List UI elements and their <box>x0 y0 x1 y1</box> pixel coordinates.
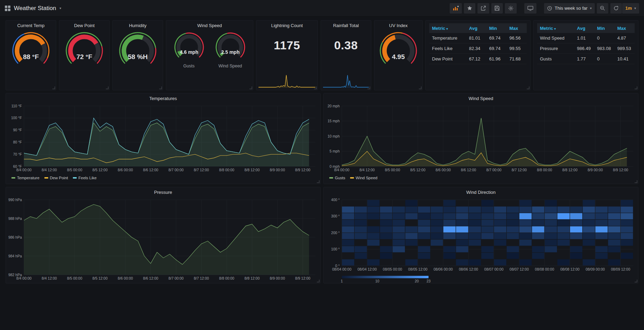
svg-text:8/9 12:00: 8/9 12:00 <box>295 168 311 172</box>
heatmap-cell <box>342 246 354 253</box>
panel-dew-point: Dew Point 72 °F <box>59 20 110 90</box>
heatmap-cell <box>367 233 380 239</box>
wind-gauges-container: 4.6 mph Gusts 2.5 mph Wind Speed <box>168 30 251 68</box>
heatmap-cell <box>507 233 519 239</box>
panel-title[interactable]: Pressure <box>8 189 318 196</box>
table-header-metric[interactable]: Metric▾ <box>429 26 466 31</box>
table-cell: 71.68 <box>507 56 527 61</box>
svg-text:8/7 12:00: 8/7 12:00 <box>194 168 209 172</box>
heatmap-cell <box>507 220 519 226</box>
table-cell: 989.53 <box>615 46 635 51</box>
panel-title[interactable]: Current Temp <box>8 22 54 30</box>
panel-title[interactable]: Lightning Count <box>259 22 315 30</box>
panel-stats-table-wind: Metric▾AvgMinMaxWind Speed1.0104.87Press… <box>533 20 638 90</box>
panel-title[interactable]: Rainfall Total <box>323 22 369 30</box>
heatmap-cell <box>545 200 557 206</box>
heatmap-cell <box>608 246 620 253</box>
sort-caret-icon: ▾ <box>554 27 556 31</box>
panel-title[interactable]: Wind Direction <box>326 189 636 196</box>
svg-text:8/5 00:00: 8/5 00:00 <box>385 168 400 172</box>
table-header-avg[interactable]: Avg <box>466 26 486 31</box>
heatmap-cell <box>583 226 595 233</box>
table-header-metric[interactable]: Metric▾ <box>537 26 574 31</box>
heatmap-cell <box>570 220 582 226</box>
panel-title[interactable]: UV Index <box>376 22 420 30</box>
table-header-min[interactable]: Min <box>594 26 615 31</box>
heatmap-cell <box>456 240 468 246</box>
legend-item-gusts[interactable]: Gusts <box>329 176 345 180</box>
svg-text:8/6 00:00: 8/6 00:00 <box>118 276 133 280</box>
heatmap-cell <box>557 259 569 266</box>
heatmap-cell <box>456 226 468 233</box>
zoom-out-button[interactable] <box>597 3 608 14</box>
svg-text:8/9 12:00: 8/9 12:00 <box>613 168 628 172</box>
heatmap-cell <box>532 220 544 226</box>
svg-text:08/07 00:00: 08/07 00:00 <box>484 267 504 271</box>
table-cell: Feels Like <box>429 46 466 51</box>
heatmap-cell <box>355 220 367 226</box>
cycle-view-mode-button[interactable] <box>524 3 536 14</box>
time-range-picker[interactable]: This week so far ▾ <box>544 3 595 14</box>
save-dashboard-button[interactable] <box>491 3 503 14</box>
refresh-interval-picker[interactable]: 1m ▾ <box>622 3 639 14</box>
wind-direction-heatmap-canvas: 08/04 00:0008/04 12:0008/05 00:0008/05 1… <box>326 197 636 274</box>
svg-text:5 mph: 5 mph <box>330 149 340 153</box>
svg-text:8/4 12:00: 8/4 12:00 <box>359 168 375 172</box>
svg-text:08/05 00:00: 08/05 00:00 <box>383 267 402 271</box>
panel-title[interactable]: Dew Point <box>61 22 107 30</box>
table-header-max[interactable]: Max <box>507 26 527 31</box>
panel-title[interactable]: Humidity <box>115 22 161 30</box>
wind-speed-gauge-block: 2.5 mph Wind Speed <box>211 30 250 68</box>
heatmap-cell <box>443 226 456 233</box>
svg-text:8/4 00:00: 8/4 00:00 <box>16 168 32 172</box>
table-header-min[interactable]: Min <box>486 26 507 31</box>
heatmap-scale-tick: 23 <box>426 279 431 283</box>
dashboard-settings-button[interactable] <box>505 3 517 14</box>
legend-item-dew-point[interactable]: Dew Point <box>44 176 68 180</box>
svg-text:8/7 12:00: 8/7 12:00 <box>511 168 527 172</box>
stats-table: Metric▾AvgMinMaxWind Speed1.0104.87Press… <box>537 23 635 64</box>
heatmap-cell <box>443 207 456 213</box>
table-header-max[interactable]: Max <box>615 26 635 31</box>
gauge-svg: 4.6 mph <box>170 30 209 63</box>
heatmap-cell <box>545 213 557 220</box>
table-cell: 4.87 <box>615 35 635 41</box>
heatmap-cell <box>507 246 519 253</box>
star-dashboard-button[interactable] <box>464 3 475 14</box>
panel-title[interactable]: Wind Speed <box>326 95 636 102</box>
heatmap-cell <box>481 253 493 259</box>
heatmap-cell <box>405 240 417 246</box>
dashboard-title[interactable]: Weather Station <box>14 5 56 12</box>
legend-item-temperature[interactable]: Temperature <box>11 176 40 180</box>
gauge-value: 58 %H <box>128 53 147 60</box>
dashboard: Current Temp 88 °F Dew Point 72 °F Humid… <box>0 17 644 290</box>
table-header-avg[interactable]: Avg <box>574 26 594 31</box>
stat-value: 1175 <box>259 39 315 52</box>
gauge-sublabel: Gusts <box>170 64 209 68</box>
legend-item-feels-like[interactable]: Feels Like <box>73 176 96 180</box>
heatmap-cell <box>557 226 569 233</box>
heatmap-cell <box>367 207 380 213</box>
svg-text:100 °: 100 ° <box>331 247 340 251</box>
middle-row: Temperatures 8/4 00:008/4 12:008/5 00:00… <box>6 93 638 184</box>
heatmap-cell <box>621 240 633 246</box>
panel-title[interactable]: Wind Speed <box>168 22 251 30</box>
legend-item-wind-speed[interactable]: Wind Speed <box>350 176 378 180</box>
svg-text:08/06 00:00: 08/06 00:00 <box>433 267 453 271</box>
share-dashboard-button[interactable] <box>477 3 489 14</box>
gear-icon <box>508 6 514 11</box>
heatmap-cell <box>367 200 380 206</box>
svg-text:60 °F: 60 °F <box>13 164 22 168</box>
add-panel-button[interactable] <box>450 3 462 14</box>
chevron-down-icon[interactable]: ▾ <box>60 7 61 10</box>
heatmap-cell <box>342 207 354 213</box>
refresh-button[interactable] <box>610 3 622 14</box>
heatmap-cell <box>380 253 392 259</box>
grafana-menu-icon[interactable] <box>5 6 10 11</box>
svg-text:8/6 00:00: 8/6 00:00 <box>118 168 133 172</box>
heatmap-cell <box>469 259 481 266</box>
heatmap-cell <box>481 207 493 213</box>
star-icon <box>467 6 472 11</box>
stats-table: Metric▾AvgMinMaxTemperature81.0169.7496.… <box>429 23 527 64</box>
panel-title[interactable]: Temperatures <box>8 95 318 102</box>
